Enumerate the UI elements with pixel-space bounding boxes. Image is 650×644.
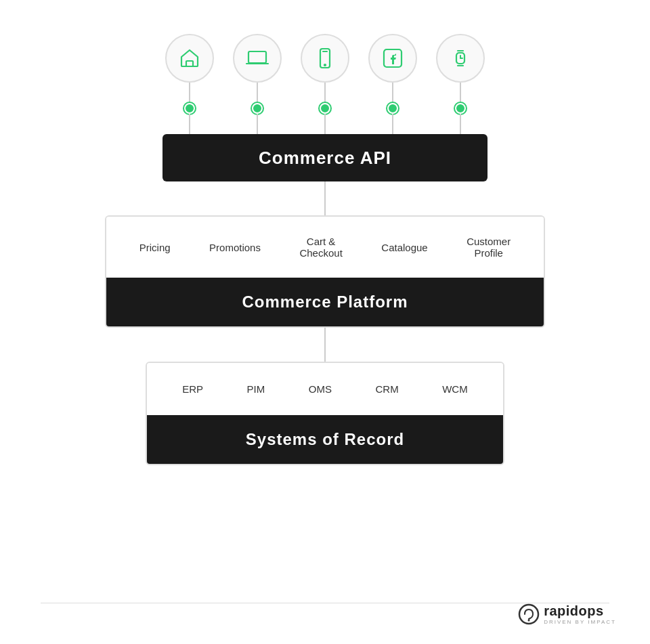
systems-items-row: ERP PIM OMS CRM WCM — [147, 363, 503, 415]
systems-of-record-box: ERP PIM OMS CRM WCM Systems of Record — [146, 362, 504, 465]
oms-label: OMS — [309, 383, 332, 395]
connector-line — [189, 83, 190, 103]
connector-line-bottom — [324, 114, 326, 134]
platform-services-row: Pricing Promotions Cart &Checkout Catalo… — [106, 217, 544, 278]
connector-line — [324, 83, 326, 103]
svg-rect-1 — [248, 51, 266, 63]
facebook-channel — [368, 34, 417, 134]
mobile-icon-circle — [301, 34, 349, 83]
home-icon — [177, 46, 202, 70]
connector-line — [392, 83, 393, 103]
erp-label: ERP — [182, 383, 203, 395]
connection-dot — [320, 103, 330, 114]
icons-row — [165, 34, 485, 134]
catalogue-label: Catalogue — [381, 242, 427, 253]
facebook-icon-circle — [368, 34, 417, 83]
laptop-icon — [245, 46, 269, 70]
connection-dot — [387, 103, 398, 114]
commerce-platform-text: Commerce Platform — [242, 293, 408, 311]
page-container: Commerce API Pricing Promotions Cart &Ch… — [0, 0, 650, 644]
commerce-platform-box: Pricing Promotions Cart &Checkout Catalo… — [105, 215, 545, 328]
commerce-api-label: Commerce API — [259, 148, 391, 169]
logo-brand: rapidops — [544, 603, 616, 619]
customer-profile-label: CustomerProfile — [467, 236, 511, 259]
pricing-label: Pricing — [139, 242, 171, 253]
logo-tagline: DRIVEN BY IMPACT — [544, 619, 616, 625]
mobile-channel — [301, 34, 349, 134]
cart-checkout-label: Cart &Checkout — [299, 236, 342, 259]
connector-line-bottom — [257, 114, 258, 134]
laptop-channel — [233, 34, 282, 134]
watch-icon — [448, 46, 473, 70]
connection-dot — [252, 103, 263, 114]
connection-dot — [455, 103, 466, 114]
connector-line-bottom — [392, 114, 393, 134]
mobile-icon — [313, 46, 337, 70]
connector-line — [257, 83, 258, 103]
commerce-platform-label: Commerce Platform — [106, 278, 544, 326]
svg-point-14 — [528, 620, 530, 622]
home-channel — [165, 34, 214, 134]
connection-dot — [184, 103, 195, 114]
watch-icon-circle — [436, 34, 485, 83]
v-connector-2 — [324, 328, 326, 362]
connector-line-bottom — [189, 114, 190, 134]
systems-text: Systems of Record — [246, 430, 404, 448]
footer-logo: rapidops DRIVEN BY IMPACT — [518, 603, 616, 625]
rapidops-logo-icon — [518, 603, 540, 625]
pim-label: PIM — [247, 383, 265, 395]
commerce-api-bar: Commerce API — [162, 134, 488, 181]
connector-line — [460, 83, 461, 103]
svg-point-5 — [324, 64, 326, 66]
laptop-icon-circle — [233, 34, 282, 83]
crm-label: CRM — [375, 383, 398, 395]
watch-channel — [436, 34, 485, 134]
v-connector-1 — [324, 181, 326, 215]
facebook-icon — [381, 46, 405, 70]
svg-rect-0 — [186, 61, 193, 66]
home-icon-circle — [165, 34, 214, 83]
logo-text-group: rapidops DRIVEN BY IMPACT — [544, 603, 616, 625]
wcm-label: WCM — [442, 383, 468, 395]
logo-icon-group: rapidops DRIVEN BY IMPACT — [518, 603, 616, 625]
connector-line-bottom — [460, 114, 461, 134]
promotions-label: Promotions — [209, 242, 261, 253]
systems-label: Systems of Record — [147, 415, 503, 464]
